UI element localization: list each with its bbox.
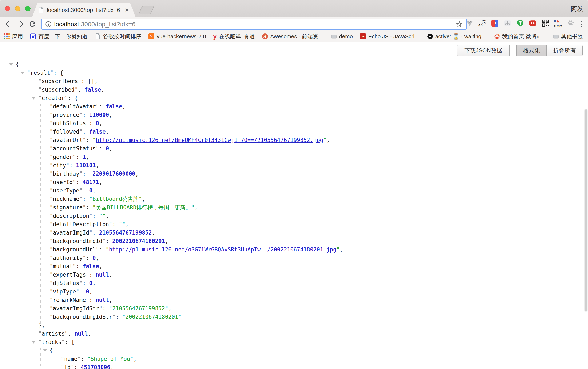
fe-icon: FE	[491, 20, 498, 27]
extension-sitemap[interactable]	[503, 19, 512, 27]
circle-down-icon	[427, 33, 433, 39]
collapse-all-button[interactable]: 折叠所有	[547, 45, 582, 56]
bookmark-item[interactable]: demo	[331, 33, 353, 40]
page-icon	[95, 33, 101, 39]
bookmark-star-icon[interactable]	[456, 20, 463, 28]
tab-close-icon[interactable]: ✕	[125, 7, 129, 13]
bookmark-label: 我的首页 微博-随时…	[502, 33, 539, 40]
bookmark-item[interactable]: AAwesomes - 前端资…	[262, 33, 324, 40]
json-line: "artists": null,	[0, 329, 583, 338]
forward-button[interactable]	[16, 19, 25, 29]
bookmark-item[interactable]: active: ⌛ - waiting…	[427, 33, 487, 40]
toolbar: localhost:3000/top_list?idx=6 英enFE5PLAY…	[0, 17, 588, 31]
translate-icon: 英en	[479, 19, 486, 27]
download-json-button[interactable]: 下载JSON数据	[457, 45, 510, 56]
json-line: "authority": 0,	[0, 254, 583, 262]
zoom-window-button[interactable]	[25, 6, 31, 11]
json-line: "province": 110000,	[0, 111, 583, 119]
collapse-arrow-icon[interactable]	[32, 341, 36, 344]
bookmark-label: Awesomes - 前端资…	[270, 33, 324, 40]
shield-t-icon	[516, 19, 524, 27]
extension-fe[interactable]: FE	[491, 19, 499, 27]
bookmarks-overflow-chevron[interactable]: »	[536, 33, 540, 40]
extension-translate[interactable]: 英en	[478, 19, 486, 27]
json-line: "detailDescription": "",	[0, 220, 583, 229]
json-line: "mutual": false,	[0, 262, 583, 270]
collapse-arrow-icon[interactable]	[43, 349, 47, 352]
bookmark-item[interactable]: JSEcho JS - JavaScri…	[360, 33, 420, 40]
bookmark-item[interactable]: 百度一下，你就知道	[30, 33, 88, 40]
bookmark-item[interactable]: y在线翻译_有道	[213, 33, 255, 40]
new-tab-button[interactable]	[138, 6, 154, 14]
browser-window: localhost:3000/top_list?idx=6 ✕ 阿发 local…	[0, 0, 588, 369]
extension-qr-code[interactable]	[541, 19, 550, 27]
indent-guide	[40, 101, 41, 324]
bookmark-item[interactable]: 应用	[4, 33, 23, 40]
collapse-arrow-icon[interactable]	[21, 71, 24, 74]
reload-button[interactable]	[28, 19, 37, 29]
collapse-arrow-icon[interactable]	[9, 63, 13, 66]
kebab-menu-icon: ⋮	[578, 20, 586, 28]
json-line: "djStatus": 0,	[0, 279, 583, 287]
indent-guide	[40, 345, 41, 369]
close-window-button[interactable]	[5, 6, 10, 11]
browser-tab[interactable]: localhost:3000/top_list?idx=6 ✕	[32, 3, 136, 17]
qr-code-icon	[542, 19, 549, 27]
extension-html5-player[interactable]: 5PLAYER	[554, 19, 562, 27]
json-line: "expertTags": null,	[0, 270, 583, 279]
back-icon	[4, 20, 12, 28]
bookmark-label: 百度一下，你就知道	[38, 33, 88, 40]
bookmark-label: demo	[339, 33, 353, 40]
js-square-icon: JS	[360, 33, 366, 39]
bookmark-label: 应用	[12, 33, 23, 40]
json-line: {	[0, 346, 583, 355]
bookmarks-right: » 其他书签	[536, 31, 583, 42]
chrome-menu-button[interactable]: ⋮	[577, 19, 586, 29]
bookmark-item[interactable]: Vvue-hackernews-2.0	[148, 33, 206, 40]
extension-paw[interactable]	[567, 19, 575, 27]
url-host: localhost	[54, 21, 79, 28]
indent-guide	[29, 76, 30, 369]
json-line: "gender": 1,	[0, 153, 583, 161]
json-line: "defaultAvatar": false,	[0, 102, 583, 111]
vue-devtools-icon	[466, 19, 473, 27]
json-line: "result": {	[0, 69, 583, 77]
bookmark-item[interactable]: 我的首页 微博-随时…	[494, 33, 539, 40]
format-button[interactable]: 格式化	[517, 45, 547, 56]
other-bookmarks-label: 其他书签	[561, 33, 583, 40]
json-line: "id": 451703096,	[0, 363, 583, 369]
extension-fast-forward[interactable]	[529, 19, 537, 27]
info-icon	[45, 21, 52, 27]
other-bookmarks-folder[interactable]: 其他书签	[553, 33, 583, 40]
json-line: "avatarImgIdStr": "2105564767199852",	[0, 304, 583, 313]
json-url-link[interactable]: http://p1.music.126.net/o3G7lWrGBQAvSRt3…	[109, 246, 336, 253]
youdao-icon: y	[213, 33, 217, 39]
html5-player-icon: 5PLAYER	[554, 19, 562, 27]
viewer-controls: 下载JSON数据 格式化 折叠所有	[457, 45, 583, 56]
json-line: "signature": "美国BILLBOARD排行榜，每周一更新。",	[0, 203, 583, 212]
bookmark-item[interactable]: 谷歌按时间排序	[95, 33, 141, 40]
json-line: "name": "Shape of You",	[0, 355, 583, 363]
extension-vue-devtools[interactable]	[465, 19, 474, 27]
json-line: "birthday": -2209017600000,	[0, 170, 583, 178]
json-url-link[interactable]: http://p1.music.126.net/BmeUMF4Cr0f3431C…	[96, 137, 323, 143]
vertical-scrollbar[interactable]	[585, 110, 587, 311]
text-caret	[136, 21, 136, 28]
json-line: "accountStatus": 0,	[0, 144, 583, 153]
reload-icon	[28, 20, 36, 28]
json-line: "userType": 0,	[0, 186, 583, 195]
folder-icon	[553, 33, 559, 39]
url-bar[interactable]: localhost:3000/top_list?idx=6	[41, 19, 467, 30]
back-button[interactable]	[4, 19, 13, 29]
profile-name: 阿发	[571, 5, 583, 13]
bookmark-label: 在线翻译_有道	[219, 33, 255, 40]
collapse-arrow-icon[interactable]	[32, 97, 36, 100]
minimize-window-button[interactable]	[15, 6, 21, 11]
json-line: "tracks": [	[0, 338, 583, 346]
json-line: "userId": 48171,	[0, 178, 583, 186]
tab-strip: localhost:3000/top_list?idx=6 ✕ 阿发	[0, 0, 588, 17]
extension-shield-t[interactable]	[516, 19, 525, 27]
extensions-row: 英enFE5PLAYER	[465, 19, 575, 27]
json-line: "authStatus": 0,	[0, 119, 583, 128]
json-line: "subscribed": false,	[0, 85, 583, 94]
